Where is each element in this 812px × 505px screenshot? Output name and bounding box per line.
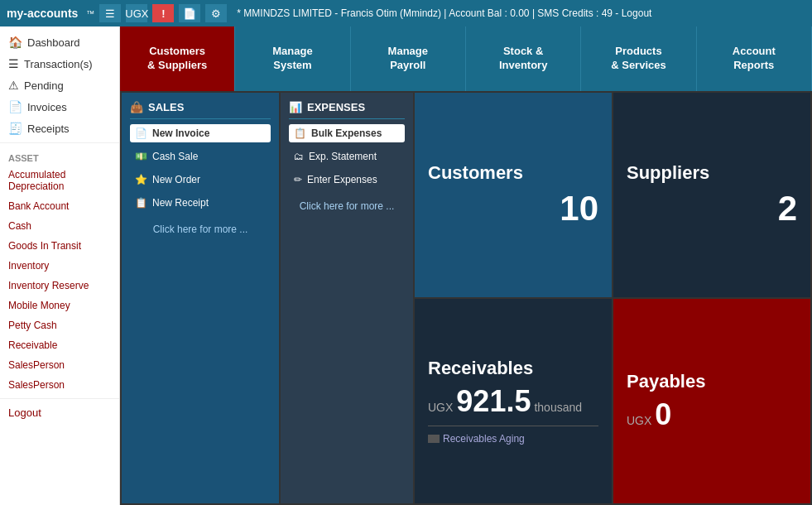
sidebar-item-dashboard[interactable]: 🏠 Dashboard <box>0 31 119 53</box>
new-order-icon: ⭐ <box>135 174 147 185</box>
sidebar-item-bank-account[interactable]: Bank Account <box>0 196 119 216</box>
invoices-icon: 📄 <box>8 100 22 113</box>
sidebar-item-cash[interactable]: Cash <box>0 216 119 236</box>
payables-currency: UGX <box>627 414 651 427</box>
sidebar-item-transactions[interactable]: ☰ Transaction(s) <box>0 53 119 75</box>
new-receipt-item[interactable]: 📋 New Receipt <box>130 194 271 212</box>
nav-tile-stock-inventory-label: Stock &Inventory <box>499 45 548 73</box>
suppliers-value: 2 <box>778 189 797 228</box>
transactions-label: Transaction(s) <box>24 58 93 70</box>
nav-tile-customers-suppliers-label: Customers& Suppliers <box>147 45 207 73</box>
sidebar-item-salesperson-1[interactable]: SalesPerson <box>0 355 119 375</box>
main-container: 🏠 Dashboard ☰ Transaction(s) ⚠ Pending 📄… <box>0 26 812 505</box>
petty-cash-label: Petty Cash <box>8 320 57 331</box>
sidebar-item-petty-cash[interactable]: Petty Cash <box>0 315 119 335</box>
doc-button[interactable]: 📄 <box>179 4 200 22</box>
nav-tile-stock-inventory[interactable]: Stock &Inventory <box>466 26 581 91</box>
expenses-more-link[interactable]: Click here for more ... <box>289 200 405 212</box>
receivables-currency: UGX <box>428 401 453 414</box>
receivables-aging-icon <box>428 435 440 443</box>
payables-tile[interactable]: Payables UGX 0 <box>613 299 810 503</box>
sales-title-label: SALES <box>148 101 184 113</box>
sidebar-item-inventory-reserve[interactable]: Inventory Reserve <box>0 276 119 296</box>
sidebar-item-receivable[interactable]: Receivable <box>0 335 119 355</box>
payables-value: 0 <box>655 397 671 432</box>
sales-more-link[interactable]: Click here for more ... <box>130 224 271 235</box>
expenses-panel-title: 📊 EXPENSES <box>289 101 405 119</box>
invoices-label: Invoices <box>27 101 67 113</box>
receipts-label: Receipts <box>27 123 70 135</box>
cash-sale-item[interactable]: 💵 Cash Sale <box>130 147 271 166</box>
sidebar-item-receipts[interactable]: 🧾 Receipts <box>0 118 119 139</box>
nav-tile-products-services[interactable]: Products& Services <box>581 26 696 91</box>
customers-tile[interactable]: Customers 10 <box>415 93 612 297</box>
inventory-label: Inventory <box>8 260 49 272</box>
cash-label: Cash <box>8 220 31 232</box>
sidebar-divider <box>0 142 119 143</box>
receivables-label: Receivables <box>428 358 533 379</box>
new-invoice-icon: 📄 <box>135 127 147 139</box>
receivables-aging-link[interactable]: Receivables Aging <box>428 433 525 445</box>
sidebar-item-accumulated-depreciation[interactable]: Accumulated Depreciation <box>0 165 119 196</box>
asset-section-label: ASSET <box>0 147 119 165</box>
logo: my-accounts <box>7 7 78 20</box>
sidebar-item-invoices[interactable]: 📄 Invoices <box>0 96 119 118</box>
currency-button[interactable]: UGX <box>126 4 147 22</box>
menu-button[interactable]: ☰ <box>99 4 121 22</box>
alert-button[interactable]: ! <box>152 4 174 22</box>
sales-panel-title: 👜 SALES <box>130 101 271 119</box>
nav-tile-manage-system-label: ManageSystem <box>272 45 312 73</box>
nav-tile-customers-suppliers[interactable]: Customers& Suppliers <box>120 26 235 91</box>
sales-panel: 👜 SALES 📄 New Invoice 💵 Cash Sale ⭐ New … <box>122 93 279 503</box>
suppliers-label: Suppliers <box>627 162 709 184</box>
new-invoice-label: New Invoice <box>152 127 209 139</box>
sidebar-item-salesperson-2[interactable]: SalesPerson <box>0 375 119 395</box>
cash-sale-icon: 💵 <box>135 151 147 162</box>
pending-label: Pending <box>24 79 64 92</box>
sales-bag-icon: 👜 <box>130 101 143 113</box>
salesperson-1-label: SalesPerson <box>8 359 65 371</box>
nav-tile-account-reports[interactable]: AccountReports <box>697 26 812 91</box>
nav-tile-account-reports-label: AccountReports <box>733 45 776 73</box>
logout-label: Logout <box>8 406 41 419</box>
nav-tile-manage-payroll[interactable]: ManagePayroll <box>351 26 466 91</box>
new-order-label: New Order <box>152 174 200 185</box>
payables-amount: UGX 0 <box>627 397 671 432</box>
settings-button[interactable]: ⚙ <box>205 4 227 22</box>
sidebar-item-logout[interactable]: Logout <box>0 402 119 423</box>
nav-tile-manage-system[interactable]: ManageSystem <box>235 26 350 91</box>
enter-expenses-item[interactable]: ✏ Enter Expenses <box>289 171 405 189</box>
bulk-expenses-item[interactable]: 📋 Bulk Expenses <box>289 124 405 142</box>
new-invoice-item[interactable]: 📄 New Invoice <box>130 124 271 142</box>
bulk-expenses-label: Bulk Expenses <box>311 127 382 139</box>
cash-sale-label: Cash Sale <box>152 151 198 162</box>
exp-statement-label: Exp. Statement <box>309 151 377 162</box>
new-receipt-label: New Receipt <box>152 197 209 209</box>
dashboard-label: Dashboard <box>27 36 80 49</box>
sidebar: 🏠 Dashboard ☰ Transaction(s) ⚠ Pending 📄… <box>0 26 120 505</box>
receivables-value: 921.5 <box>456 384 531 419</box>
trademark: ™ <box>86 9 94 18</box>
new-order-item[interactable]: ⭐ New Order <box>130 171 271 189</box>
sidebar-item-pending[interactable]: ⚠ Pending <box>0 75 119 96</box>
receipts-icon: 🧾 <box>8 122 22 135</box>
receivables-unit: thousand <box>534 401 582 414</box>
account-info: * MMINDZS LIMITED - Francis Otim (Mmindz… <box>237 7 651 19</box>
exp-statement-item[interactable]: 🗂 Exp. Statement <box>289 147 405 166</box>
sidebar-item-mobile-money[interactable]: Mobile Money <box>0 296 119 315</box>
salesperson-2-label: SalesPerson <box>8 379 65 391</box>
expenses-title-label: EXPENSES <box>307 101 365 113</box>
sidebar-divider-2 <box>0 398 119 399</box>
receivables-tile[interactable]: Receivables UGX 921.5 thousand Receivabl… <box>415 299 612 503</box>
receivables-divider <box>428 426 598 426</box>
suppliers-tile[interactable]: Suppliers 2 <box>613 93 810 297</box>
receivables-amount: UGX 921.5 thousand <box>428 384 582 419</box>
dashboard-grid: 👜 SALES 📄 New Invoice 💵 Cash Sale ⭐ New … <box>120 91 812 505</box>
receivable-label: Receivable <box>8 339 57 351</box>
inventory-reserve-label: Inventory Reserve <box>8 280 89 291</box>
goods-in-transit-label: Goods In Transit <box>8 240 81 252</box>
receivables-aging-label: Receivables Aging <box>443 433 525 445</box>
sidebar-item-goods-in-transit[interactable]: Goods In Transit <box>0 236 119 256</box>
customers-value: 10 <box>560 189 598 228</box>
sidebar-item-inventory[interactable]: Inventory <box>0 256 119 276</box>
